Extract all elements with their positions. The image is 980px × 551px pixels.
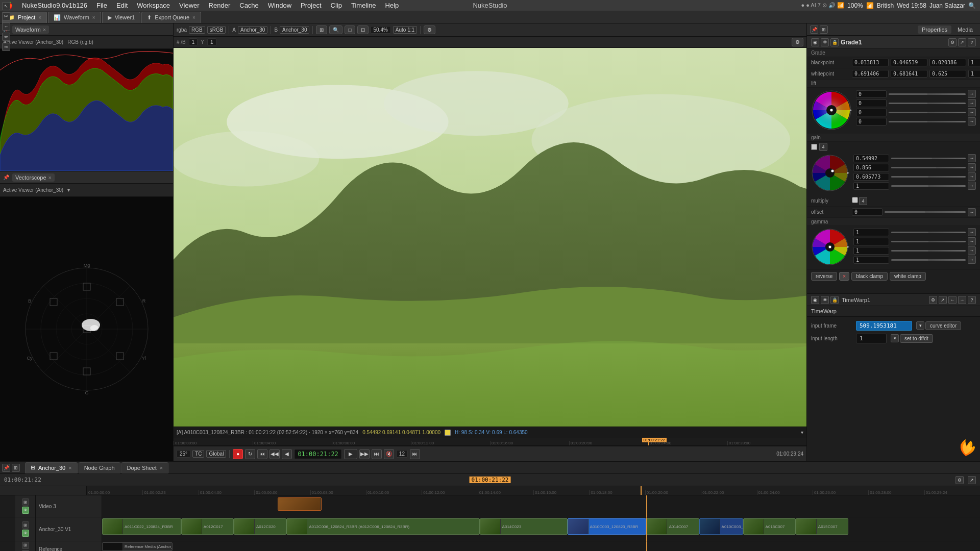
viewer-settings-btn[interactable]: ⚙ — [424, 26, 435, 34]
whitepoint-b[interactable] — [929, 70, 966, 78]
clip-a012c020[interactable]: A012C020 — [234, 518, 286, 535]
offset-value[interactable] — [852, 208, 883, 216]
play-fwd-btn[interactable]: ▶ — [344, 449, 357, 459]
input-length-field[interactable] — [856, 334, 887, 343]
whitepoint-g[interactable] — [891, 70, 927, 78]
tab-node-graph[interactable]: Node Graph — [79, 462, 120, 473]
clip-a012c017[interactable]: A012C017 — [181, 518, 234, 535]
input-frame-dropdown-btn[interactable]: ▾ — [916, 321, 924, 330]
bottom-layout-btn[interactable]: ⊞ — [12, 464, 20, 472]
tab-waveform[interactable]: 📊 Waveform × — [48, 12, 101, 23]
gain-r[interactable] — [853, 155, 889, 162]
curve-editor-btn[interactable]: curve editor — [925, 321, 961, 330]
input-a-dropdown[interactable]: Anchor_30 — [238, 26, 267, 34]
input-frame-field[interactable] — [856, 321, 912, 331]
lift-g[interactable] — [856, 99, 887, 107]
whitepoint-r[interactable] — [852, 70, 889, 78]
search-icon[interactable]: 🔍 — [968, 2, 976, 9]
menu-cache[interactable]: Cache — [235, 1, 263, 10]
vectorscope-tab-close[interactable]: × — [48, 174, 52, 181]
tab-export[interactable]: ⬆ Export Queue × — [141, 12, 201, 23]
gamma-r[interactable] — [853, 229, 889, 236]
clip-a012c006[interactable]: A012C006_120824_R3BR (A012C006_120824_R3… — [286, 518, 479, 535]
blackpoint-r[interactable] — [852, 59, 889, 66]
zoom-dropdown[interactable]: 25° — [177, 450, 190, 458]
tab-anchor-close[interactable]: × — [68, 465, 71, 471]
viewer-roi-btn[interactable]: □ — [345, 26, 355, 34]
input-length-dropdown-btn[interactable]: ▾ — [891, 334, 899, 342]
menu-viewer[interactable]: Viewer — [175, 1, 204, 10]
lift-g-anim-btn[interactable]: → — [968, 99, 976, 107]
gamma-g[interactable] — [853, 238, 889, 245]
tab-waveform-close[interactable]: × — [92, 15, 95, 20]
track-anchor-mute-btn[interactable]: ⊞ — [22, 521, 29, 529]
lift-b-anim-btn[interactable]: → — [968, 108, 976, 116]
offset-anim-btn[interactable]: → — [968, 208, 976, 216]
track-video3-mute-btn[interactable]: ⊞ — [22, 498, 29, 506]
menu-edit[interactable]: Edit — [112, 1, 132, 10]
gain-r-anim-btn[interactable]: → — [968, 154, 976, 162]
skip-forward-btn[interactable]: ⏭ — [410, 449, 420, 459]
whitepoint-a[interactable] — [968, 70, 980, 78]
viewer-safe-btn[interactable]: ⊡ — [357, 26, 369, 34]
black-clamp-btn[interactable]: black clamp — [851, 272, 888, 281]
tab-dope-sheet[interactable]: Dope Sheet × — [121, 462, 169, 473]
tab-dope-sheet-close[interactable]: × — [160, 465, 163, 471]
grade-eye-btn[interactable]: 👁 — [821, 38, 829, 46]
menu-project[interactable]: Project — [297, 1, 325, 10]
gamma-b[interactable] — [853, 247, 889, 255]
loop-btn[interactable]: ↻ — [245, 449, 255, 459]
menu-window[interactable]: Window — [264, 1, 296, 10]
go-end-btn[interactable]: ⏭ — [372, 449, 382, 459]
mute-btn[interactable]: 🔇 — [384, 449, 394, 459]
gain-expand-btn[interactable]: 4 — [819, 143, 827, 151]
menu-workspace[interactable]: Workspace — [133, 1, 174, 10]
frame-count-display[interactable]: 12 — [396, 450, 408, 458]
reverse-x-btn[interactable]: × — [839, 272, 849, 281]
track-video3-eye-btn[interactable]: 👁 — [22, 507, 29, 514]
channel-dropdown[interactable]: RGB (r,g,b) — [67, 39, 93, 45]
blackpoint-a[interactable] — [968, 59, 980, 66]
timewarp-lock-btn[interactable]: 🔒 — [830, 296, 839, 304]
timewarp-right-btn[interactable]: → — [958, 296, 966, 304]
track-anchor-eye-btn[interactable]: 👁 — [22, 530, 29, 537]
lift-a[interactable] — [856, 118, 887, 126]
clip-a010c003-blue[interactable]: A010C003_120824 — [699, 518, 743, 535]
lift-a-anim-btn[interactable]: → — [968, 117, 976, 126]
menu-file[interactable]: File — [92, 1, 111, 10]
gain-a-anim-btn[interactable]: → — [968, 182, 976, 190]
tab-media[interactable]: Media — [953, 26, 977, 34]
white-clamp-btn[interactable]: white clamp — [890, 272, 926, 281]
tab-properties[interactable]: Properties — [918, 26, 951, 34]
multiply-expand-btn[interactable]: 4 — [859, 197, 867, 205]
frame-value-y[interactable]: 1 — [207, 38, 216, 46]
zoom-level[interactable]: 50.4% — [371, 26, 391, 34]
tab-export-close[interactable]: × — [192, 15, 195, 20]
lift-b[interactable] — [856, 109, 887, 116]
vectorscope-dropdown[interactable]: ▾ — [67, 187, 70, 193]
timewarp-help-btn[interactable]: ? — [968, 296, 976, 304]
gain-color-wheel[interactable] — [811, 154, 849, 192]
bottom-pin-btn[interactable]: 📌 — [2, 464, 10, 472]
reverse-btn[interactable]: reverse — [811, 272, 837, 281]
gamma-g-anim-btn[interactable]: → — [968, 237, 976, 245]
blackpoint-b[interactable] — [929, 59, 966, 66]
clip-a015c007-2[interactable]: A015C007 — [796, 518, 848, 535]
go-start-btn[interactable]: ⏮ — [257, 449, 267, 459]
clip-a014c023[interactable]: A014C023 — [480, 518, 568, 535]
record-btn[interactable]: ● — [233, 449, 243, 459]
clip-reference[interactable]: Reference Media (Anchor_45_Offline) — [102, 542, 173, 551]
panel-layout-btn[interactable]: ⊞ — [820, 26, 828, 34]
track-ref-mute-btn[interactable]: ⊞ — [22, 542, 29, 549]
timewarp-settings-btn[interactable]: ⚙ — [929, 296, 937, 304]
lift-r-anim-btn[interactable]: → — [968, 90, 976, 98]
menu-app-name[interactable]: NukeStudio9.0v1b126 — [18, 1, 91, 10]
status-expand-btn[interactable]: ▾ — [801, 430, 803, 435]
gain-b[interactable] — [853, 173, 889, 181]
gamma-color-wheel[interactable] — [811, 228, 849, 266]
timewarp-eye-btn[interactable]: 👁 — [821, 296, 829, 304]
colorspace-out-dropdown[interactable]: sRGB — [207, 26, 226, 34]
grade-expand-btn[interactable]: ↗ — [958, 38, 966, 46]
tab-anchor[interactable]: ⊞ Anchor_30 × — [25, 462, 78, 473]
prev-frame-btn[interactable]: ◀◀ — [270, 449, 280, 459]
